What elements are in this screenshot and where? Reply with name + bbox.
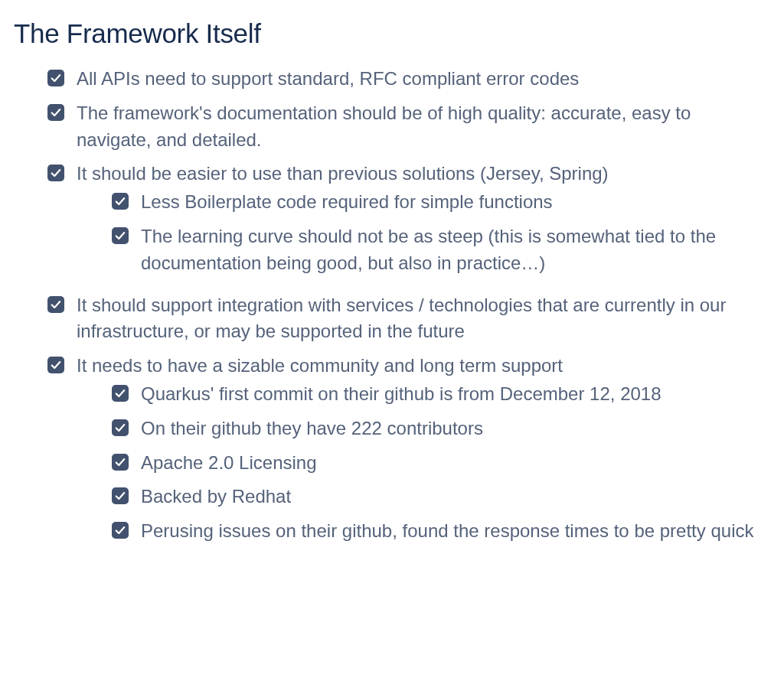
item-text: Perusing issues on their github, found t… <box>141 518 753 545</box>
item-text: The framework's documentation should be … <box>77 100 770 154</box>
checkbox-icon[interactable] <box>112 487 129 504</box>
item-text: Backed by Redhat <box>141 484 291 510</box>
checkbox-icon[interactable] <box>47 165 64 181</box>
checklist: All APIs need to support standard, RFC c… <box>14 66 770 552</box>
item-text: Quarkus' first commit on their github is… <box>141 381 662 408</box>
list-item: On their github they have 222 contributo… <box>112 415 770 442</box>
list-item: Quarkus' first commit on their github is… <box>112 381 770 408</box>
nested-checklist: Less Boilerplate code required for simpl… <box>47 189 770 284</box>
checkbox-icon[interactable] <box>47 296 64 313</box>
list-item: Backed by Redhat <box>112 484 770 510</box>
checkbox-icon[interactable] <box>47 104 64 121</box>
checkbox-icon[interactable] <box>112 227 129 244</box>
list-item: All APIs need to support standard, RFC c… <box>47 66 770 93</box>
checkbox-icon[interactable] <box>112 385 129 402</box>
list-item: It needs to have a sizable community and… <box>47 353 770 552</box>
checkbox-icon[interactable] <box>47 357 64 373</box>
section-heading: The Framework Itself <box>14 18 770 49</box>
item-text: The learning curve should not be as stee… <box>141 223 770 277</box>
item-text: It should support integration with servi… <box>77 292 770 346</box>
list-item: The framework's documentation should be … <box>47 100 770 154</box>
list-item: The learning curve should not be as stee… <box>112 223 770 277</box>
item-text: On their github they have 222 contributo… <box>141 415 483 442</box>
item-text: All APIs need to support standard, RFC c… <box>77 66 579 93</box>
checkbox-icon[interactable] <box>112 193 129 210</box>
item-text: It should be easier to use than previous… <box>77 161 609 187</box>
list-item: Perusing issues on their github, found t… <box>112 518 770 545</box>
checkbox-icon[interactable] <box>47 70 64 86</box>
item-text: Apache 2.0 Licensing <box>141 450 317 477</box>
nested-checklist: Quarkus' first commit on their github is… <box>47 381 770 552</box>
item-text: Less Boilerplate code required for simpl… <box>141 189 553 216</box>
checkbox-icon[interactable] <box>112 522 129 539</box>
checkbox-icon[interactable] <box>112 419 129 436</box>
list-item: Apache 2.0 Licensing <box>112 450 770 477</box>
checkbox-icon[interactable] <box>112 454 129 471</box>
item-text: It needs to have a sizable community and… <box>77 353 563 380</box>
list-item: It should be easier to use than previous… <box>47 161 770 284</box>
list-item: It should support integration with servi… <box>47 292 770 346</box>
list-item: Less Boilerplate code required for simpl… <box>112 189 770 216</box>
